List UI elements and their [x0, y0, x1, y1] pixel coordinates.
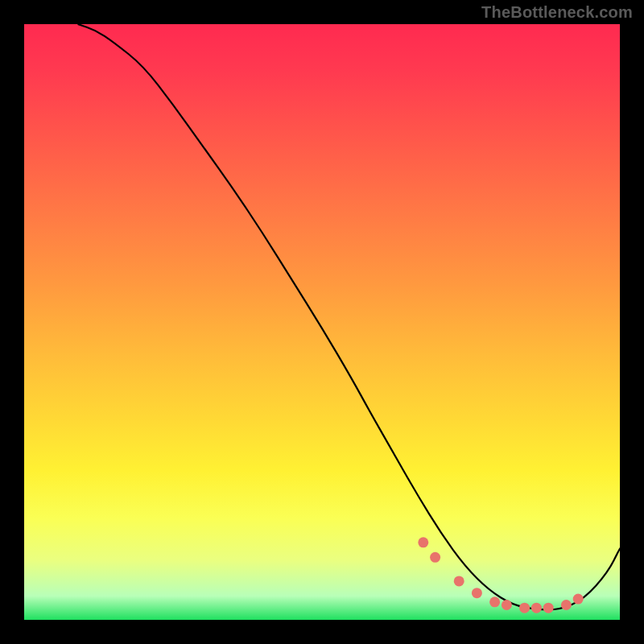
- watermark-text: TheBottleneck.com: [481, 3, 633, 22]
- highlight-dot: [573, 594, 584, 605]
- highlight-dot: [454, 576, 464, 586]
- highlight-dot: [430, 552, 440, 563]
- highlight-dot: [418, 537, 428, 547]
- dots-svg: [24, 24, 620, 620]
- highlight-dot: [489, 597, 500, 607]
- highlight-dot: [502, 600, 512, 610]
- highlight-dot: [561, 600, 572, 610]
- plot-area: [24, 24, 620, 620]
- highlight-dot: [472, 588, 482, 598]
- highlight-dot: [531, 603, 542, 613]
- highlight-dot: [519, 603, 530, 613]
- highlight-dot: [543, 603, 554, 613]
- highlight-dots: [418, 537, 583, 613]
